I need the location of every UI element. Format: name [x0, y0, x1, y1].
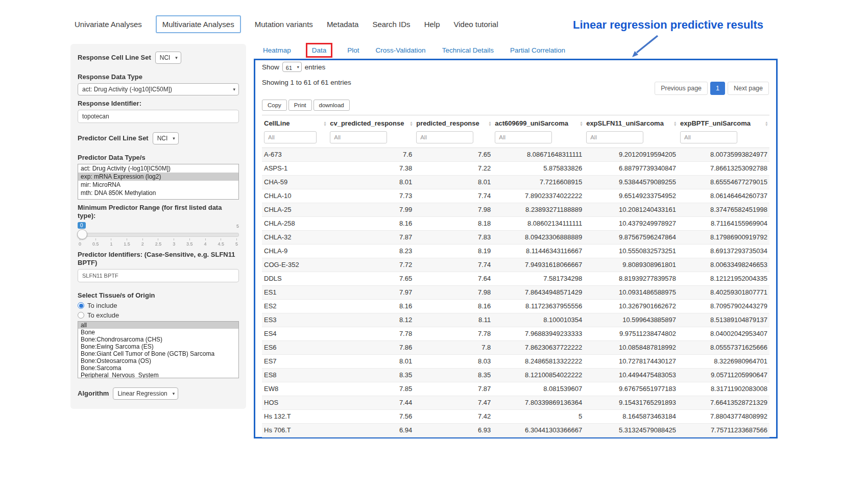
sort-desc-icon: ▾	[581, 124, 583, 126]
column-filter-input[interactable]	[680, 131, 737, 143]
entries-label: entries	[305, 63, 326, 71]
column-header-cellline[interactable]: CellLine▴▾	[262, 115, 328, 131]
nav-item-multivariate-analyses[interactable]: Multivariate Analyses	[156, 15, 241, 33]
cell-value: 7.88043774808992	[678, 410, 769, 424]
list-option-act-drug-activity-log10-ic50m[interactable]: act: Drug Activity (-log10[IC50M])	[78, 164, 238, 173]
sort-icon[interactable]: ▴▾	[674, 121, 677, 126]
column-header-cv-predicted-response[interactable]: cv_predicted_response▴▾	[328, 115, 414, 131]
list-option-mir-microrna[interactable]: mir: MicroRNA	[78, 181, 238, 189]
tab-data[interactable]: Data	[306, 43, 333, 58]
export-button-download[interactable]: download	[314, 100, 350, 111]
tab-plot[interactable]: Plot	[346, 43, 360, 58]
cell-value: 7.87	[328, 231, 414, 245]
sort-icon[interactable]: ▴▾	[581, 121, 583, 126]
column-filter-input[interactable]	[495, 131, 552, 143]
slider-track[interactable]	[78, 233, 239, 237]
column-label: expBPTF_uniSarcoma	[680, 119, 751, 127]
column-label: cv_predicted_response	[330, 119, 404, 127]
nav-item-univariate-analyses[interactable]: Univariate Analyses	[75, 16, 142, 33]
next-page-button[interactable]: Next page	[728, 82, 769, 95]
nav-item-metadata[interactable]: Metadata	[327, 16, 359, 33]
cell-value: 5.875833826	[493, 162, 584, 176]
cell-line-value: COG-E-352	[262, 258, 328, 272]
list-option-peripheral-nervous-system[interactable]: Peripheral_Nervous_System	[78, 372, 238, 378]
list-option-bone-osteosarcoma-os[interactable]: Bone:Osteosarcoma (OS)	[78, 357, 238, 364]
radio-to-include[interactable]: To include	[78, 302, 239, 309]
list-option-bone-ewing-sarcoma-es[interactable]: Bone:Ewing Sarcoma (ES)	[78, 343, 238, 350]
column-filter-input[interactable]	[264, 131, 317, 143]
sort-icon[interactable]: ▴▾	[489, 121, 491, 126]
cell-value: 7.86613253092788	[678, 162, 769, 176]
slider-tick: 1	[110, 238, 112, 247]
list-option-bone-sarcoma[interactable]: Bone:Sarcoma	[78, 364, 238, 372]
nav-item-search-ids[interactable]: Search IDs	[372, 16, 410, 33]
list-option-all[interactable]: all	[78, 322, 238, 329]
cell-value: 8.70957902443279	[678, 300, 769, 313]
sort-icon[interactable]: ▴▾	[765, 121, 767, 126]
table-row: DDLS7.657.647.5817342988.819392778395788…	[262, 272, 769, 286]
cell-value: 9.87567596247864	[584, 231, 678, 245]
filter-cell	[328, 130, 414, 148]
column-header-inner: act609699_uniSarcoma▴▾	[495, 119, 582, 127]
tab-partial-correlation[interactable]: Partial Correlation	[509, 43, 567, 58]
table-row: A-6737.67.658.086716483111119.2012091959…	[262, 148, 769, 162]
cell-value: 8.03	[414, 355, 493, 369]
predictor-identifiers-input[interactable]	[78, 269, 239, 282]
tab-cross-validation[interactable]: Cross-Validation	[374, 43, 427, 58]
cell-line-value: ASPS-1	[262, 162, 328, 176]
current-page-button[interactable]: 1	[710, 82, 725, 95]
nav-item-video-tutorial[interactable]: Video tutorial	[453, 16, 498, 33]
tissue-origin-listbox[interactable]: allBoneBone:Chondrosarcoma (CHS)Bone:Ewi…	[78, 321, 239, 378]
predictor-data-types-listbox[interactable]: act: Drug Activity (-log10[IC50M])exp: m…	[78, 164, 239, 200]
response-identifier-input[interactable]	[78, 110, 239, 123]
list-option-mth-dna-850k-methylation[interactable]: mth: DNA 850K Methylation	[78, 189, 238, 197]
column-filter-input[interactable]	[330, 131, 387, 143]
cell-value: 7.89023374022222	[493, 189, 584, 203]
sort-icon[interactable]: ▴▾	[411, 121, 413, 126]
cell-value: 6.94	[328, 424, 414, 437]
cell-value: 7.98	[414, 203, 493, 217]
slider-tick: 1.5	[124, 238, 130, 247]
export-button-print[interactable]: Print	[288, 100, 312, 111]
column-header-expslfn11-unisarcoma[interactable]: expSLFN11_uniSarcoma▴▾	[584, 115, 678, 131]
cell-line-value: CHLA-10	[262, 189, 328, 203]
algorithm-select-wrap: Linear Regression ▾	[113, 387, 178, 400]
list-option-bone[interactable]: Bone	[78, 329, 238, 336]
cell-value: 9.20120919594205	[584, 148, 678, 162]
tab-technical-details[interactable]: Technical Details	[441, 43, 495, 58]
export-button-copy[interactable]: Copy	[262, 100, 287, 111]
min-predictor-range-slider[interactable]: 0 5 00.511.522.533.544.55	[78, 222, 239, 247]
predictor-cell-line-set-select[interactable]: NCI	[153, 132, 179, 144]
slider-handle[interactable]	[77, 229, 87, 239]
predictor-identifiers-label: Predictor Identifiers: (Case-Sensitive, …	[78, 251, 239, 267]
table-row: EW87.857.878.0815396079.676756519771838.…	[262, 382, 769, 396]
cell-value: 8.69137293735034	[678, 245, 769, 258]
column-header-predicted-response[interactable]: predicted_response▴▾	[414, 115, 493, 131]
column-header-expbptf-unisarcoma[interactable]: expBPTF_uniSarcoma▴▾	[678, 115, 769, 131]
column-header-act609699-unisarcoma[interactable]: act609699_uniSarcoma▴▾	[493, 115, 584, 131]
nav-item-help[interactable]: Help	[424, 16, 440, 33]
cell-value: 7.47	[414, 396, 493, 410]
cell-line-value: ES8	[262, 369, 328, 382]
column-filter-input[interactable]	[586, 131, 643, 143]
entries-count-select[interactable]: 61	[282, 62, 302, 72]
list-option-bone-giant-cell-tumor-of-bone-gctb-sarcoma[interactable]: Bone:Giant Cell Tumor of Bone (GCTB) Sar…	[78, 350, 238, 357]
response-cell-line-set-select[interactable]: NCI	[155, 52, 181, 64]
list-option-bone-chondrosarcoma-chs[interactable]: Bone:Chondrosarcoma (CHS)	[78, 336, 238, 343]
table-row: CHA-598.018.017.72166089159.538445790892…	[262, 176, 769, 189]
radio-to-exclude[interactable]: To exclude	[78, 311, 239, 319]
list-option-exp-mrna-expression-log2[interactable]: exp: mRNA Expression (log2)	[78, 173, 238, 181]
previous-page-button[interactable]: Previous page	[655, 82, 708, 95]
nav-item-mutation-variants[interactable]: Mutation variants	[255, 16, 313, 33]
column-filter-input[interactable]	[416, 131, 473, 143]
response-data-type-select[interactable]: act: Drug Activity (-log10[IC50M])	[78, 83, 239, 95]
algorithm-select[interactable]: Linear Regression	[113, 387, 178, 400]
response-data-type-label: Response Data Type	[78, 73, 239, 81]
tab-heatmap[interactable]: Heatmap	[261, 43, 293, 58]
sort-icon[interactable]: ▴▾	[324, 121, 326, 126]
cell-value: 7.6	[328, 148, 414, 162]
response-identifier-label: Response Identifier:	[78, 100, 239, 108]
cell-value: 9.65149233754952	[584, 189, 678, 203]
column-label: CellLine	[264, 119, 290, 127]
cell-value: 7.65	[414, 148, 493, 162]
